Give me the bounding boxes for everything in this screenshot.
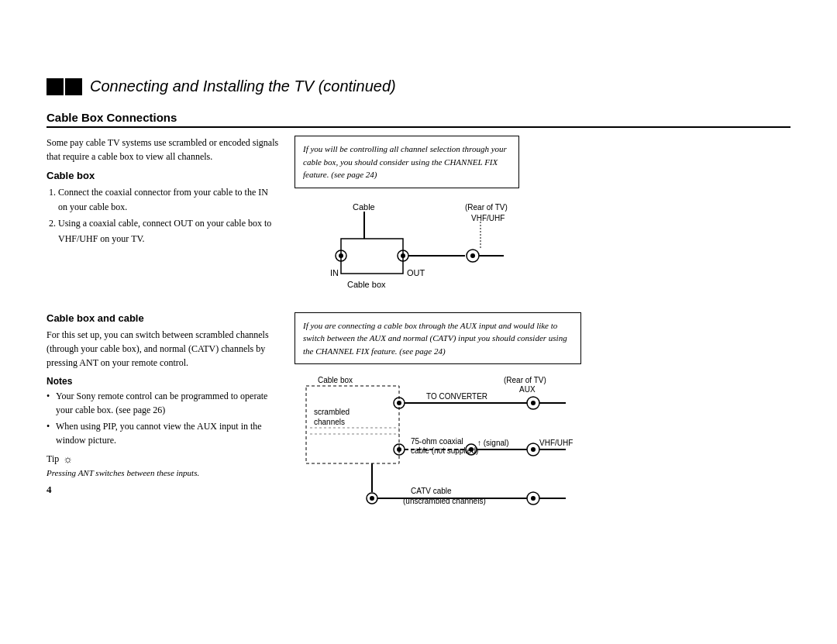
bottom-right: If you are connecting a cable box throug… bbox=[294, 312, 790, 524]
top-two-col: Some pay cable TV systems use scrambled … bbox=[46, 136, 790, 297]
svg-text:scrambled: scrambled bbox=[314, 408, 350, 416]
svg-point-26 bbox=[397, 401, 401, 405]
section1-intro: Some pay cable TV systems use scrambled … bbox=[46, 136, 279, 164]
bottom-section: Cable box and cable For this set up, you… bbox=[46, 312, 790, 524]
block-icon-1 bbox=[46, 78, 64, 95]
svg-point-39 bbox=[531, 447, 536, 452]
left-col-1: Some pay cable TV systems use scrambled … bbox=[46, 136, 279, 297]
tip-italic: Pressing ANT switches between these inpu… bbox=[46, 468, 279, 477]
header-icon bbox=[46, 78, 82, 95]
svg-text:Cable box: Cable box bbox=[347, 280, 386, 289]
svg-text:VHF/UHF: VHF/UHF bbox=[471, 214, 505, 222]
info-box-2-text: If you are connecting a cable box throug… bbox=[303, 321, 567, 356]
svg-point-12 bbox=[470, 253, 475, 258]
svg-text:75-ohm coaxial: 75-ohm coaxial bbox=[411, 437, 463, 446]
svg-text:Cable box: Cable box bbox=[318, 376, 353, 384]
svg-text:CATV cable: CATV cable bbox=[411, 487, 452, 495]
block-icon-2 bbox=[65, 78, 82, 95]
header-title: Connecting and Installing the TV (contin… bbox=[90, 77, 396, 95]
note-2: When using PIP, you cannot view the AUX … bbox=[46, 419, 279, 447]
step-2: Using a coaxial cable, connect OUT on yo… bbox=[58, 216, 279, 246]
svg-point-33 bbox=[397, 447, 401, 452]
svg-text:TO CONVERTER: TO CONVERTER bbox=[426, 392, 487, 401]
note-1: Your Sony remote control can be programm… bbox=[46, 389, 279, 417]
tip-label: Tip bbox=[46, 453, 59, 465]
svg-text:channels: channels bbox=[314, 418, 345, 426]
svg-text:IN: IN bbox=[330, 268, 339, 277]
page: Connecting and Installing the TV (contin… bbox=[0, 0, 837, 644]
svg-text:↑ (signal): ↑ (signal) bbox=[477, 439, 509, 447]
content-area: Connecting and Installing the TV (contin… bbox=[46, 77, 790, 598]
svg-text:cable (not supplied): cable (not supplied) bbox=[411, 446, 478, 455]
svg-text:VHF/UHF: VHF/UHF bbox=[539, 439, 573, 447]
svg-point-4 bbox=[339, 253, 343, 258]
svg-text:(Rear of TV): (Rear of TV) bbox=[465, 203, 508, 212]
cable-box-cable-heading: Cable box and cable bbox=[46, 312, 279, 324]
diagram-1-svg: Cable IN OUT bbox=[294, 196, 542, 297]
svg-point-29 bbox=[531, 401, 536, 405]
section2-intro: For this set up, you can switch between … bbox=[46, 328, 279, 370]
page-number: 4 bbox=[46, 484, 279, 496]
info-box-1: If you will be controlling all channel s… bbox=[294, 136, 519, 188]
notes-list: Your Sony remote control can be programm… bbox=[46, 389, 279, 447]
svg-point-47 bbox=[370, 496, 374, 501]
svg-point-6 bbox=[401, 253, 405, 258]
info-box-2: If you are connecting a cable box throug… bbox=[294, 312, 581, 365]
svg-point-50 bbox=[531, 496, 536, 501]
svg-text:AUX: AUX bbox=[519, 385, 536, 394]
step-1: Connect the coaxial connector from your … bbox=[58, 185, 279, 215]
info-box-1-text: If you will be controlling all channel s… bbox=[303, 144, 507, 179]
tip-line: Tip ☼ bbox=[46, 453, 279, 466]
svg-text:(Rear of TV): (Rear of TV) bbox=[504, 376, 546, 384]
bottom-left: Cable box and cable For this set up, you… bbox=[46, 312, 279, 524]
diagram-1: Cable IN OUT bbox=[294, 196, 790, 297]
svg-text:OUT: OUT bbox=[407, 268, 425, 277]
diagram-2: Cable box (Rear of TV) AUX scrambled cha… bbox=[294, 372, 790, 523]
svg-rect-2 bbox=[341, 239, 403, 274]
svg-text:(unscrambled channels): (unscrambled channels) bbox=[403, 497, 486, 505]
section-title: Cable Box Connections bbox=[46, 111, 790, 128]
sun-icon: ☼ bbox=[63, 453, 73, 466]
notes-label: Notes bbox=[46, 376, 279, 387]
cable-box-heading: Cable box bbox=[46, 170, 279, 181]
right-col-1: If you will be controlling all channel s… bbox=[294, 136, 790, 297]
svg-text:Cable: Cable bbox=[353, 202, 375, 212]
page-header: Connecting and Installing the TV (contin… bbox=[46, 77, 790, 97]
diagram-2-svg: Cable box (Rear of TV) AUX scrambled cha… bbox=[294, 372, 620, 523]
cable-box-steps: Connect the coaxial connector from your … bbox=[46, 185, 279, 246]
